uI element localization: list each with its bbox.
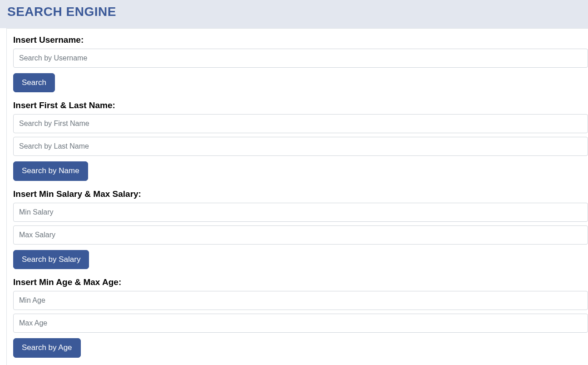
min-age-input[interactable] <box>13 291 588 310</box>
max-age-input[interactable] <box>13 314 588 333</box>
last-name-input[interactable] <box>13 137 588 156</box>
search-age-button[interactable]: Search by Age <box>13 338 81 357</box>
name-label: Insert First & Last Name: <box>13 100 588 110</box>
username-label: Insert Username: <box>13 35 588 45</box>
content-area: Insert Username: Search Insert First & L… <box>6 28 588 365</box>
max-salary-input[interactable] <box>13 225 588 245</box>
min-salary-input[interactable] <box>13 203 588 222</box>
page-header: SEARCH ENGINE <box>0 0 588 28</box>
age-label: Insert Min Age & Max Age: <box>13 277 588 287</box>
page-title: SEARCH ENGINE <box>7 5 581 19</box>
search-salary-button[interactable]: Search by Salary <box>13 250 89 269</box>
search-name-button[interactable]: Search by Name <box>13 161 88 180</box>
first-name-input[interactable] <box>13 114 588 133</box>
search-username-button[interactable]: Search <box>13 73 55 92</box>
salary-label: Insert Min Salary & Max Salary: <box>13 189 588 199</box>
username-input[interactable] <box>13 49 588 68</box>
